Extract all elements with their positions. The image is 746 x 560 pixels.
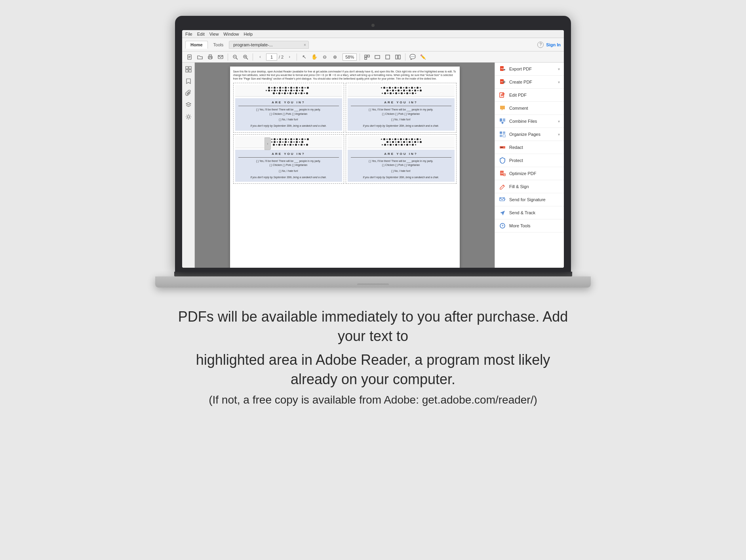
- prev-page-button[interactable]: ‹: [256, 53, 265, 61]
- tool-protect[interactable]: Protect: [495, 154, 564, 167]
- svg-rect-19: [375, 55, 380, 59]
- menu-view[interactable]: View: [209, 32, 219, 36]
- laptop-base-wrapper: [155, 272, 591, 288]
- pdf-viewer-area[interactable]: Save this file to your desktop, open Acr…: [195, 63, 495, 268]
- pdf-card-1: ARE YOU IN? { } Yes, I'll be there! Ther…: [233, 83, 344, 133]
- svg-rect-23: [186, 67, 188, 69]
- zoom-out-button[interactable]: [231, 53, 240, 61]
- tool-optimize-pdf[interactable]: PDF Optimize PDF: [495, 167, 564, 180]
- card-body-4: ARE YOU IN? { } Yes, I'll be there! Ther…: [348, 150, 455, 182]
- menu-file[interactable]: File: [185, 32, 192, 36]
- comment-icon: [499, 105, 506, 112]
- signin-area: ? Sign In: [537, 42, 561, 48]
- pdf-card-2: ARE YOU IN? { } Yes, I'll be there! Ther…: [346, 83, 457, 133]
- card-decoration-2: [348, 85, 455, 97]
- tool-more-tools[interactable]: + More Tools: [495, 219, 564, 232]
- email-button[interactable]: [216, 53, 225, 61]
- pdf-card-grid: ARE YOU IN? { } Yes, I'll be there! Ther…: [233, 83, 457, 184]
- menu-bar: File Edit View Window Help: [182, 30, 564, 38]
- svg-rect-37: [503, 131, 505, 134]
- tool-send-signature[interactable]: Send for Signature: [495, 193, 564, 206]
- organize-pages-icon: [499, 131, 506, 138]
- laptop-screen: File Edit View Window Help Home Tools pr…: [182, 30, 564, 268]
- tool-export-pdf[interactable]: PDF Export PDF ▾: [495, 63, 564, 76]
- page-total: / 2: [279, 55, 284, 59]
- tools-side-icon[interactable]: [184, 112, 193, 121]
- card-text-2: { } Yes, I'll be there! There will be __…: [351, 108, 451, 128]
- create-pdf-arrow: ▾: [558, 80, 560, 84]
- hand-tool[interactable]: ✋: [310, 53, 319, 61]
- svg-rect-6: [209, 55, 211, 56]
- tool-combine-files[interactable]: Combine Files ▾: [495, 115, 564, 128]
- comment-button[interactable]: 💬: [408, 53, 417, 61]
- send-signature-label: Send for Signature: [509, 197, 560, 202]
- tool-create-pdf[interactable]: PDF Create PDF ▾: [495, 76, 564, 89]
- tab-file-label: program-template-...: [233, 42, 273, 47]
- zoom-minus[interactable]: ⊖: [320, 53, 329, 61]
- pdf-card-3: ARE YOU IN? { } Yes, I'll be there! Ther…: [233, 134, 344, 184]
- menu-help[interactable]: Help: [244, 32, 253, 36]
- card-title-3: ARE YOU IN?: [238, 152, 339, 156]
- tab-file[interactable]: program-template-... ×: [229, 41, 309, 49]
- menu-edit[interactable]: Edit: [197, 32, 205, 36]
- toolbar-secondary: ‹ / 2 › ↖ ✋ ⊖ ⊕: [182, 51, 564, 63]
- svg-rect-41: [501, 147, 503, 148]
- fill-sign-label: Fill & Sign: [509, 184, 560, 189]
- svg-rect-17: [367, 55, 369, 57]
- protect-icon: [499, 157, 506, 164]
- bottom-main-line1: PDFs will be available immediately to yo…: [171, 307, 575, 346]
- zoom-input[interactable]: [343, 53, 357, 61]
- panel-collapse-button[interactable]: ‹: [265, 137, 271, 150]
- tool-fill-sign[interactable]: Fill & Sign: [495, 180, 564, 193]
- card-title-4: ARE YOU IN?: [351, 152, 451, 156]
- tool-organize-pages[interactable]: Organize Pages ▾: [495, 128, 564, 141]
- new-document-button[interactable]: [185, 53, 194, 61]
- rotate-button[interactable]: [383, 53, 392, 61]
- card-decoration-3: [235, 136, 342, 148]
- tool-send-track[interactable]: Send & Track: [495, 206, 564, 219]
- print-button[interactable]: [206, 53, 215, 61]
- tab-tools[interactable]: Tools: [209, 41, 228, 48]
- attachments-icon[interactable]: [184, 89, 193, 97]
- card-body-3: ARE YOU IN? { } Yes, I'll be there! Ther…: [235, 150, 342, 182]
- export-pdf-arrow: ▾: [558, 67, 560, 71]
- pdf-instruction-text: Save this file to your desktop, open Acr…: [233, 70, 457, 80]
- open-button[interactable]: [196, 53, 204, 61]
- svg-rect-16: [365, 55, 367, 57]
- page-number-input[interactable]: [266, 53, 277, 61]
- fit-width-button[interactable]: [373, 53, 382, 61]
- card-body-2: ARE YOU IN? { } Yes, I'll be there! Ther…: [348, 98, 455, 131]
- signin-button[interactable]: Sign In: [546, 42, 561, 47]
- zoom-in-button[interactable]: [241, 53, 250, 61]
- svg-rect-5: [209, 57, 211, 59]
- help-icon[interactable]: ?: [537, 42, 544, 48]
- fit-page-button[interactable]: [363, 53, 371, 61]
- layers-icon[interactable]: [184, 101, 193, 109]
- next-page-button[interactable]: ›: [285, 53, 294, 61]
- zoom-plus[interactable]: ⊕: [331, 53, 339, 61]
- organize-pages-label: Organize Pages: [509, 132, 555, 137]
- tab-home[interactable]: Home: [185, 41, 208, 49]
- thumbnails-icon[interactable]: [184, 65, 193, 74]
- menu-window[interactable]: Window: [223, 32, 239, 36]
- card-body-1: ARE YOU IN? { } Yes, I'll be there! Ther…: [235, 98, 342, 131]
- svg-rect-36: [500, 131, 502, 134]
- more-tools-label: More Tools: [509, 223, 560, 228]
- bookmarks-icon[interactable]: [184, 77, 193, 86]
- tool-comment[interactable]: Comment: [495, 102, 564, 115]
- two-page-button[interactable]: [394, 53, 402, 61]
- svg-text:+: +: [502, 223, 504, 228]
- svg-rect-26: [189, 70, 191, 72]
- svg-rect-20: [386, 55, 390, 59]
- tool-redact[interactable]: Redact: [495, 141, 564, 154]
- right-tools-panel: PDF Export PDF ▾ PDF Create PDF ▾: [495, 63, 564, 268]
- tool-edit-pdf[interactable]: Edit PDF: [495, 89, 564, 102]
- export-pdf-label: Export PDF: [509, 67, 555, 71]
- send-track-icon: [499, 209, 506, 216]
- tab-close-button[interactable]: ×: [304, 42, 306, 47]
- laptop-trackpad: [357, 284, 389, 286]
- pen-button[interactable]: ✏️: [419, 53, 427, 61]
- cursor-tool[interactable]: ↖: [300, 53, 308, 61]
- svg-text:PDF: PDF: [501, 68, 504, 70]
- svg-rect-18: [365, 57, 367, 59]
